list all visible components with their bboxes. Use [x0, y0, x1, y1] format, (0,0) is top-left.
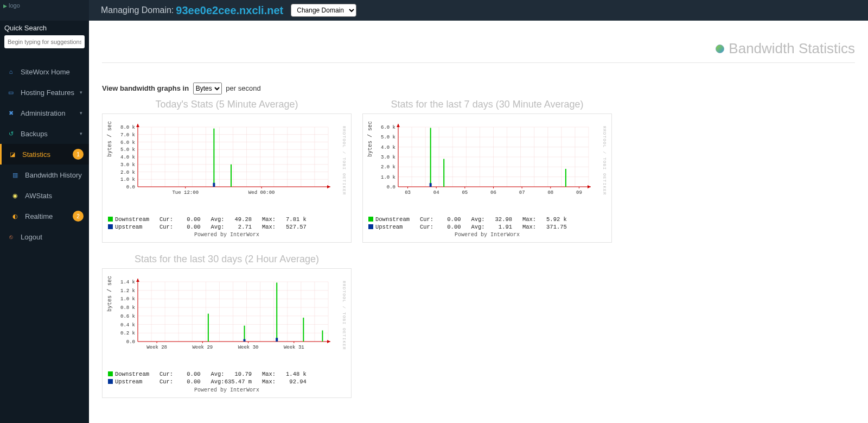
nav: ⌂SiteWorx Home▭Hosting Features▾✖Adminis… [0, 61, 89, 247]
svg-text:6.0 k: 6.0 k [381, 125, 395, 130]
page-title-text: Bandwidth Statistics [729, 40, 855, 57]
svg-text:0.0: 0.0 [387, 185, 395, 190]
chart-legend: Downstream Cur: 0.00 Avg: 10.79 Max: 1.4… [108, 371, 346, 386]
sidebar-item-backups[interactable]: ↺Backups▾ [0, 123, 89, 144]
chart-title: Stats for the last 30 days (2 Hour Avera… [102, 254, 352, 265]
svg-text:1.0 k: 1.0 k [120, 297, 135, 302]
logo-placeholder: logo [3, 2, 20, 9]
svg-text:08: 08 [547, 190, 553, 195]
chart-ylabel: bytes / sec [107, 121, 113, 157]
lo-icon: ⎋ [7, 232, 15, 241]
chart-legend: Downstream Cur: 0.00 Avg: 49.28 Max: 7.8… [108, 216, 346, 231]
sidebar-item-label: Logout [21, 233, 42, 241]
current-domain: 93ee0e2cee.nxcli.net [176, 4, 283, 17]
sidebar-item-statistics[interactable]: ◪Statistics1 [0, 144, 89, 165]
svg-text:4.0 k: 4.0 k [381, 145, 395, 150]
sidebar-item-label: Backups [21, 130, 48, 138]
sidebar-item-logout[interactable]: ⎋Logout [0, 226, 89, 247]
back-icon: ↺ [7, 129, 15, 138]
svg-text:06: 06 [490, 190, 496, 195]
quick-search-section: Quick Search [0, 21, 89, 54]
svg-rect-43 [213, 183, 215, 187]
chart-svg: 0.00.2 k0.4 k0.6 k0.8 k1.0 k1.2 k1.4 kWe… [108, 276, 336, 351]
svg-rect-92 [443, 159, 444, 187]
svg-text:3.0 k: 3.0 k [381, 155, 395, 160]
svg-text:Tue 12:00: Tue 12:00 [172, 190, 199, 195]
nav-badge: 2 [73, 211, 84, 222]
svg-text:09: 09 [576, 190, 582, 195]
quick-search-title: Quick Search [4, 24, 85, 32]
svg-marker-129 [136, 279, 139, 282]
sidebar-item-label: Bandwidth History [25, 171, 82, 179]
svg-text:0.0: 0.0 [126, 339, 135, 345]
chart-rrdtool-label: RRDTOOL / TOBI OETIKER [602, 126, 607, 195]
svg-text:5.0 k: 5.0 k [381, 135, 395, 140]
managing-domain-label: Managing Domain: [101, 5, 174, 15]
nav-badge: 1 [73, 149, 84, 160]
chevron-down-icon: ▾ [80, 131, 82, 136]
sidebar: logo Quick Search ⌂SiteWorx Home▭Hosting… [0, 0, 89, 423]
chart-title: Today's Stats (5 Minute Average) [102, 99, 352, 110]
chart-rrdtool-label: RRDTOOL / TOBI OETIKER [342, 281, 347, 350]
bw-icon: ▥ [11, 171, 20, 179]
sidebar-item-bandwidth-history[interactable]: ▥Bandwidth History [0, 165, 89, 185]
quick-search-input[interactable] [4, 35, 85, 48]
sidebar-item-label: AWStats [25, 192, 52, 200]
svg-marker-127 [327, 340, 330, 343]
sidebar-item-administration[interactable]: ✖Administration▾ [0, 103, 89, 123]
svg-text:Week 31: Week 31 [284, 345, 304, 350]
change-domain-select[interactable]: Change Domain [291, 4, 356, 17]
sidebar-item-siteworx-home[interactable]: ⌂SiteWorx Home [0, 61, 89, 82]
svg-rect-91 [430, 128, 431, 187]
svg-rect-42 [231, 165, 232, 187]
chevron-down-icon: ▾ [80, 110, 82, 116]
chart-frame: bytes / secRRDTOOL / TOBI OETIKER0.01.0 … [102, 113, 352, 243]
svg-text:8.0 k: 8.0 k [120, 125, 135, 130]
svg-text:1.0 k: 1.0 k [381, 175, 395, 180]
svg-text:5.0 k: 5.0 k [120, 147, 135, 153]
page-title: Bandwidth Statistics [716, 40, 855, 57]
admin-icon: ✖ [7, 109, 15, 117]
sidebar-item-hosting-features[interactable]: ▭Hosting Features▾ [0, 82, 89, 103]
svg-text:Week 29: Week 29 [192, 345, 213, 350]
svg-text:Week 28: Week 28 [146, 345, 167, 350]
svg-text:0.0: 0.0 [126, 185, 135, 190]
svg-text:2.0 k: 2.0 k [381, 165, 395, 170]
svg-text:Week 30: Week 30 [238, 345, 259, 350]
rt-icon: ◐ [11, 212, 20, 220]
svg-text:4.0 k: 4.0 k [120, 155, 135, 160]
svg-rect-142 [322, 331, 323, 342]
svg-text:0.6 k: 0.6 k [120, 314, 135, 319]
graph-unit-select[interactable]: Bytes [193, 83, 222, 94]
chart-ylabel: bytes / sec [107, 276, 113, 312]
svg-marker-34 [327, 185, 330, 188]
sidebar-item-label: Administration [21, 109, 65, 117]
svg-text:0.4 k: 0.4 k [120, 323, 135, 328]
charts-grid: Today's Stats (5 Minute Average)bytes / … [102, 99, 855, 398]
chart-svg: 0.01.0 k2.0 k3.0 k4.0 k5.0 k6.0 k0304050… [368, 122, 596, 197]
sidebar-item-awstats[interactable]: ◉AWStats [0, 185, 89, 206]
svg-rect-140 [276, 283, 277, 342]
svg-marker-36 [136, 124, 139, 127]
chart-frame: bytes / secRRDTOOL / TOBI OETIKER0.01.0 … [362, 113, 612, 243]
svg-rect-143 [276, 338, 278, 342]
svg-text:0.8 k: 0.8 k [120, 305, 135, 311]
chart-1: Stats for the last 7 days (30 Minute Ave… [362, 99, 612, 243]
chart-title: Stats for the last 7 days (30 Minute Ave… [362, 99, 612, 110]
chart-powered: Powered by InterWorx [368, 232, 606, 238]
svg-rect-141 [303, 318, 304, 342]
page-title-row: Bandwidth Statistics [102, 40, 855, 63]
sidebar-item-label: Realtime [25, 212, 53, 220]
chart-frame: bytes / secRRDTOOL / TOBI OETIKER0.00.2 … [102, 268, 352, 397]
svg-marker-74 [588, 185, 591, 188]
home-icon: ⌂ [7, 67, 15, 76]
aw-icon: ◉ [11, 191, 20, 200]
main-content: Bandwidth Statistics View bandwidth grap… [89, 21, 868, 423]
svg-rect-41 [213, 129, 214, 187]
sidebar-item-realtime[interactable]: ◐Realtime2 [0, 206, 89, 226]
chart-powered: Powered by InterWorx [108, 232, 346, 238]
svg-rect-94 [430, 183, 432, 187]
chart-0: Today's Stats (5 Minute Average)bytes / … [102, 99, 352, 243]
chart-rrdtool-label: RRDTOOL / TOBI OETIKER [342, 126, 347, 195]
svg-marker-76 [397, 124, 400, 127]
